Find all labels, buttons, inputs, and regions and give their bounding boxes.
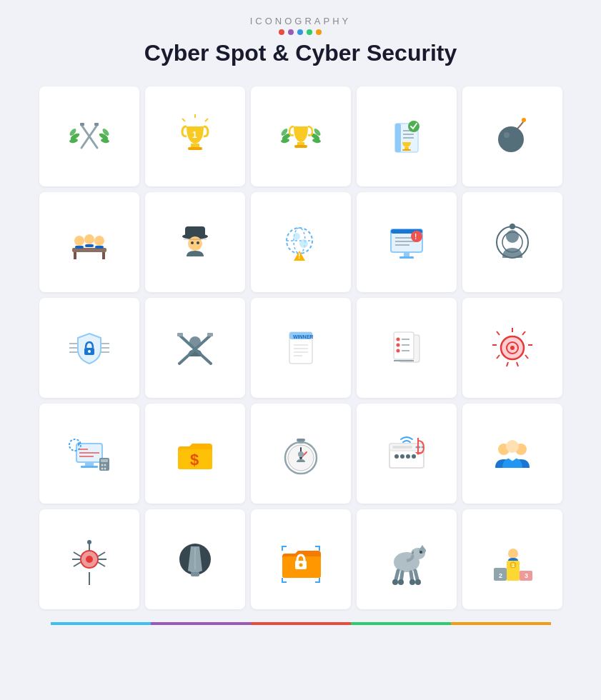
dot-red [279,29,284,35]
footer-bars [51,622,551,625]
svg-point-18 [280,138,289,144]
svg-point-2 [69,138,78,144]
icon-globe-warning: ! [251,192,351,292]
iconography-label: ICONOGRAPHY [144,16,457,26]
icon-jury-panel [39,192,139,292]
color-dots [144,29,457,35]
svg-point-33 [498,126,524,152]
svg-point-42 [94,236,104,246]
svg-point-144 [406,454,410,459]
icon-trophy-cup: 1 [145,86,245,186]
svg-point-34 [504,132,510,138]
svg-rect-39 [75,246,84,249]
svg-point-78 [88,350,91,353]
svg-point-155 [87,540,91,544]
icon-target-scope [462,192,562,292]
svg-rect-23 [294,145,307,148]
svg-rect-164 [191,572,199,576]
icon-phishing [357,404,457,504]
svg-point-168 [299,564,302,567]
icon-folder-s: $ [145,404,245,504]
svg-point-145 [412,454,416,459]
dot-green [307,29,312,35]
icon-checklist [357,298,457,398]
icon-grid: 1 [39,86,562,609]
svg-rect-63 [399,256,414,259]
icon-trojan-horse [357,509,457,609]
svg-rect-45 [185,226,205,237]
page-header: ICONOGRAPHY Cyber Spot & Cyber Security [144,0,457,74]
svg-rect-9 [94,123,99,126]
icon-user-group [462,404,562,504]
svg-rect-14 [188,147,202,150]
main-title: Cyber Spot & Cyber Security [144,39,457,66]
footer-bar-orange [451,622,551,625]
svg-point-54 [299,239,308,248]
svg-point-47 [191,241,194,244]
icon-podium: 1 2 3 [462,509,562,609]
svg-rect-138 [392,446,412,449]
icon-trophy-laurel [251,86,351,186]
svg-rect-30 [404,147,409,149]
footer-bar-green [351,622,451,625]
footer-bar-red [251,622,351,625]
svg-rect-25 [395,124,401,152]
icon-stopwatch-person [251,404,351,504]
svg-text:!: ! [414,233,417,241]
svg-point-179 [398,579,404,585]
svg-point-95 [396,349,399,353]
svg-rect-131 [297,439,305,441]
svg-rect-22 [297,142,304,145]
icon-crossed-swords-laurel [39,86,139,186]
footer-bar-blue [51,622,151,625]
icon-knife-moon [145,509,245,609]
svg-point-142 [394,454,399,459]
svg-point-40 [84,234,94,244]
svg-line-105 [507,362,508,366]
icon-winner-cert: WINNER [251,298,351,398]
svg-rect-121 [101,459,108,462]
icon-bug [39,509,139,609]
icon-locked-folder [251,509,351,609]
svg-text:$: $ [190,451,199,469]
svg-point-5 [100,138,109,144]
svg-line-158 [74,562,81,566]
svg-line-106 [497,355,500,359]
dot-blue [297,29,303,35]
icon-shield-lock [39,298,139,398]
icon-crossed-weapons [145,298,245,398]
svg-rect-43 [95,246,104,249]
svg-line-161 [98,562,105,566]
svg-point-123 [104,464,106,466]
svg-text:WINNER: WINNER [293,334,313,339]
svg-text:1: 1 [512,563,515,568]
svg-point-180 [409,579,415,585]
svg-rect-7 [80,123,84,126]
svg-point-94 [396,344,399,347]
icon-bomb [462,86,562,186]
svg-rect-36 [74,252,76,259]
svg-point-53 [293,233,300,240]
svg-line-11 [205,119,208,121]
svg-point-122 [101,464,103,466]
svg-marker-172 [419,545,425,549]
svg-rect-37 [102,252,105,259]
svg-point-143 [400,454,404,459]
icon-monitor-alert: ! [357,192,457,292]
svg-line-159 [98,552,105,556]
svg-point-178 [392,579,398,585]
dot-purple [288,29,294,35]
svg-point-32 [522,118,526,122]
svg-line-103 [525,355,528,359]
svg-rect-113 [85,462,94,466]
svg-line-12 [182,119,185,121]
svg-point-125 [104,468,106,470]
svg-point-21 [312,138,321,144]
svg-point-153 [86,556,93,563]
svg-point-93 [396,338,399,341]
svg-rect-62 [404,252,409,256]
svg-point-150 [506,440,519,453]
svg-point-124 [101,468,103,470]
svg-line-104 [517,362,518,366]
icon-virus [462,298,562,398]
